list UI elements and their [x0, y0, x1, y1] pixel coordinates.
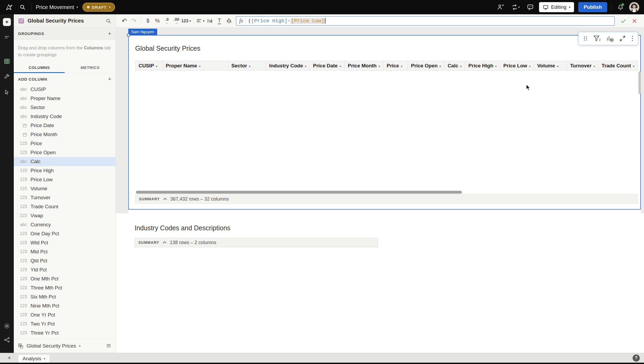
- text-align-button[interactable]: ▾: [196, 16, 205, 26]
- vertical-scrollbar[interactable]: [638, 71, 641, 94]
- undo-button[interactable]: ↶: [120, 16, 129, 26]
- add-page-button[interactable]: +: [5, 354, 14, 361]
- sidebar-column-item[interactable]: 123 One Yr Pct: [14, 310, 116, 319]
- column-header-price[interactable]: Price▾: [383, 61, 408, 71]
- data-grid-icon[interactable]: [3, 57, 11, 65]
- page-tab-analysis[interactable]: Analysis ▾: [18, 354, 50, 363]
- sidebar-column-item[interactable]: 123 Three Yr Pct: [14, 328, 116, 337]
- percent-format-button[interactable]: %: [153, 16, 162, 26]
- formula-input[interactable]: ([Price High]-[Price Low]: [248, 18, 325, 24]
- column-header-turnover[interactable]: Turnover▾: [567, 61, 598, 71]
- sidebar-column-item[interactable]: abc Proper Name: [14, 94, 116, 103]
- underline-button[interactable]: T: [215, 16, 224, 26]
- redo-button[interactable]: ↷: [129, 16, 139, 26]
- decrease-decimal-button[interactable]: .0←: [162, 16, 172, 26]
- sidebar-column-item[interactable]: 123 Qtd Pct: [14, 256, 116, 265]
- horizontal-scrollbar[interactable]: [136, 191, 462, 194]
- add-grouping-button[interactable]: +: [108, 31, 111, 37]
- tab-columns[interactable]: COLUMNS: [14, 62, 65, 73]
- maximize-icon[interactable]: [619, 35, 626, 42]
- search-icon[interactable]: [18, 3, 27, 12]
- data-source-footer[interactable]: Global Security Prices ▾: [14, 339, 116, 353]
- search-icon[interactable]: [105, 18, 111, 24]
- column-header-price-month[interactable]: Price Month▾: [345, 61, 383, 71]
- sidebar-column-item[interactable]: 123 Price High: [14, 166, 116, 175]
- sidebar-column-item[interactable]: 123 One Mth Pct: [14, 274, 116, 283]
- comments-icon[interactable]: [526, 3, 535, 12]
- confirm-formula-button[interactable]: [619, 16, 628, 26]
- column-header-calc[interactable]: Calc▾: [444, 61, 465, 71]
- drag-handle-icon[interactable]: [583, 36, 588, 41]
- sidebar-column-item[interactable]: 123 Trade Count: [14, 202, 116, 211]
- version-sync-icon[interactable]: ▾: [509, 3, 522, 12]
- column-header-cusip[interactable]: CUSIP▾: [135, 61, 163, 71]
- help-button[interactable]: ?: [633, 354, 640, 362]
- sidebar-column-item[interactable]: 123 Six Mth Pct: [14, 292, 116, 301]
- table-summary-bar[interactable]: SUMMARY 367,432 rows – 32 columns: [135, 194, 638, 204]
- sidebar-column-item[interactable]: 123 Two Yr Pct: [14, 319, 116, 328]
- sidebar-column-item[interactable]: 123 Mtd Pct: [14, 247, 116, 256]
- create-chart-icon[interactable]: [606, 35, 614, 42]
- column-header-trade-count[interactable]: Trade Count▾: [598, 61, 638, 71]
- sidebar-column-item[interactable]: abc Industry Code: [14, 112, 116, 121]
- list-menu-icon[interactable]: [106, 343, 112, 349]
- invite-user-icon[interactable]: [496, 3, 505, 12]
- sidebar-column-item[interactable]: 123 Vwap: [14, 211, 116, 220]
- notifications-bell-icon[interactable]: [616, 3, 625, 12]
- network-share-icon[interactable]: [3, 336, 11, 344]
- sidebar-column-item[interactable]: abc Sector: [14, 103, 116, 112]
- sidebar-column-item[interactable]: Price Date: [14, 121, 116, 130]
- column-header-price-low[interactable]: Price Low▾: [500, 61, 534, 71]
- sidebar-column-item[interactable]: 123 Price: [14, 139, 116, 148]
- editing-mode-button[interactable]: Editing ▾: [539, 2, 574, 12]
- sidebar-column-item[interactable]: 123 Price Open: [14, 148, 116, 157]
- table-title[interactable]: Industry Codes and Descriptions: [135, 224, 378, 232]
- column-header-price-date[interactable]: Price Date▾: [310, 61, 345, 71]
- column-header-proper-name[interactable]: Proper Name▾: [162, 61, 228, 71]
- add-element-button[interactable]: +: [3, 18, 11, 26]
- publish-button[interactable]: Publish: [578, 2, 607, 12]
- draft-status-badge[interactable]: DRAFT ▾: [82, 3, 115, 12]
- workbook-canvas[interactable]: Sam Nguyen 2 Global Securit: [116, 28, 644, 353]
- column-header-sector[interactable]: Sector▾: [228, 61, 266, 71]
- document-title-menu[interactable]: Price Movement ▾: [36, 4, 78, 10]
- sidebar-column-item[interactable]: 123 Turnover: [14, 193, 116, 202]
- sidebar-column-item[interactable]: 123 Volume: [14, 184, 116, 193]
- sidebar-column-item[interactable]: 123 Three Mth Pct: [14, 283, 116, 292]
- sidebar-column-item[interactable]: 123 Nine Mth Pct: [14, 301, 116, 310]
- table-element-global-security-prices[interactable]: Sam Nguyen 2 Global Securit: [128, 35, 641, 210]
- sidebar-column-item[interactable]: 123 One Day Pct: [14, 229, 116, 238]
- sidebar-column-item[interactable]: abc Currency: [14, 220, 116, 229]
- add-column-button[interactable]: +: [108, 76, 111, 82]
- column-header-price-open[interactable]: Price Open▾: [408, 61, 444, 71]
- increase-decimal-button[interactable]: .00→: [172, 16, 181, 26]
- table-summary-bar[interactable]: SUMMARY 138 rows – 2 columns: [135, 238, 378, 247]
- fill-color-button[interactable]: [224, 16, 234, 26]
- column-header-industry-code[interactable]: Industry Code▾: [266, 61, 310, 71]
- sidebar-column-item[interactable]: abc CUSIP: [14, 85, 116, 94]
- tools-wrench-icon[interactable]: [3, 73, 11, 81]
- sidebar-column-item[interactable]: abc Calc: [14, 157, 116, 166]
- chevron-up-icon[interactable]: [162, 241, 167, 244]
- formula-bar[interactable]: fx ([Price High]-[Price Low]: [236, 16, 615, 26]
- currency-format-button[interactable]: $: [143, 16, 153, 26]
- column-header-price-high[interactable]: Price High▾: [465, 61, 500, 71]
- sidebar-column-item[interactable]: 123 Ytd Pct: [14, 265, 116, 274]
- number-format-button[interactable]: 123▾: [181, 16, 191, 26]
- table-title[interactable]: Global Security Prices: [135, 45, 200, 52]
- sidebar-column-item[interactable]: Price Month: [14, 130, 116, 139]
- select-cursor-icon[interactable]: [3, 88, 11, 96]
- settings-gear-icon[interactable]: [3, 322, 11, 330]
- kebab-menu-icon[interactable]: [631, 35, 633, 42]
- resize-handle[interactable]: [127, 34, 130, 37]
- chevron-up-icon[interactable]: [163, 197, 167, 201]
- user-avatar[interactable]: [629, 2, 639, 12]
- table-element-industry-codes[interactable]: Industry Codes and Descriptions SUMMARY …: [135, 224, 378, 247]
- page-outline-icon[interactable]: [3, 33, 11, 41]
- cancel-formula-button[interactable]: [630, 16, 639, 26]
- filter-icon[interactable]: 2: [593, 35, 601, 42]
- wrap-text-button[interactable]: [205, 16, 215, 26]
- sidebar-column-item[interactable]: 123 Price Low: [14, 175, 116, 184]
- sidebar-column-item[interactable]: 123 Wtd Pct: [14, 238, 116, 247]
- tab-metrics[interactable]: METRICS: [65, 62, 116, 73]
